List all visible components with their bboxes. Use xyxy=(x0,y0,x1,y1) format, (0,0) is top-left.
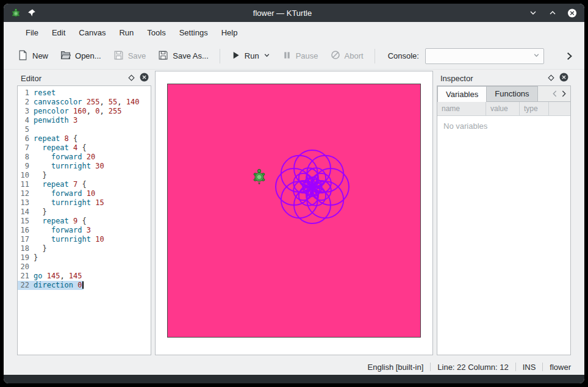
kturtle-window: flower — KTurtle File Edit C xyxy=(4,4,584,383)
menu-settings[interactable]: Settings xyxy=(173,24,214,41)
menu-canvas[interactable]: Canvas xyxy=(73,24,112,41)
code-token: } xyxy=(42,171,46,179)
close-icon[interactable] xyxy=(567,8,577,18)
status-separator xyxy=(430,363,431,371)
column-type[interactable]: type xyxy=(520,102,549,116)
code-line[interactable]: 21go 145, 145 xyxy=(18,272,151,281)
menu-run[interactable]: Run xyxy=(113,24,140,41)
code-token: 3 xyxy=(87,226,91,234)
console-dropdown-chevron-icon[interactable] xyxy=(533,51,540,60)
code-token: , xyxy=(117,98,126,106)
code-line[interactable]: 19} xyxy=(18,253,151,262)
menu-tools[interactable]: Tools xyxy=(141,24,171,41)
pin-icon[interactable] xyxy=(27,8,37,18)
code-line[interactable]: 22direction 0 xyxy=(18,281,151,290)
code-line[interactable]: 5 xyxy=(18,125,151,134)
code-line[interactable]: 2canvascolor 255, 55, 140 xyxy=(18,98,151,107)
canvas-dock xyxy=(155,71,433,355)
save-as-disk-icon xyxy=(158,50,168,62)
code-text: turnright 30 xyxy=(34,162,104,171)
code-token: forward xyxy=(51,153,82,161)
menu-file[interactable]: File xyxy=(20,24,45,41)
run-dropdown-chevron-icon[interactable] xyxy=(264,51,270,60)
new-button[interactable]: New xyxy=(12,46,54,66)
line-number: 11 xyxy=(18,180,34,189)
toolbar-overflow-button[interactable] xyxy=(562,49,576,63)
inspector-close-icon[interactable] xyxy=(559,73,568,84)
code-line[interactable]: 17 turnright 10 xyxy=(18,235,151,244)
code-line[interactable]: 10 } xyxy=(18,171,151,180)
inspector-empty-text: No variables xyxy=(437,116,570,355)
code-text: go 145, 145 xyxy=(34,272,82,281)
code-line[interactable]: 9 turnright 30 xyxy=(18,162,151,171)
code-token: pencolor xyxy=(34,107,69,115)
code-text: } xyxy=(34,171,47,180)
line-number: 14 xyxy=(18,208,34,217)
code-token: 10 xyxy=(95,235,104,244)
code-line[interactable]: 13 turnright 15 xyxy=(18,198,151,208)
code-line[interactable]: 3pencolor 160, 0, 255 xyxy=(18,107,151,116)
open-button[interactable]: Open... xyxy=(55,46,107,66)
code-line[interactable]: 4penwidth 3 xyxy=(18,116,151,125)
minimize-icon[interactable] xyxy=(528,8,538,18)
editor-float-icon[interactable] xyxy=(128,74,135,83)
code-line[interactable]: 7 repeat 4 { xyxy=(18,143,151,153)
code-token xyxy=(34,143,42,152)
code-line[interactable]: 20 xyxy=(18,262,151,272)
code-line[interactable]: 18 } xyxy=(18,244,151,253)
code-token: 30 xyxy=(95,162,104,170)
console-input[interactable] xyxy=(425,48,544,64)
line-number: 9 xyxy=(18,162,34,171)
line-number: 16 xyxy=(18,226,34,235)
line-number: 6 xyxy=(18,134,34,143)
line-number: 19 xyxy=(18,253,34,262)
code-token: turnright xyxy=(51,198,91,207)
run-button[interactable]: Run xyxy=(226,47,276,65)
menu-edit[interactable]: Edit xyxy=(46,24,71,41)
column-name[interactable]: name xyxy=(437,102,486,116)
column-value[interactable]: value xyxy=(486,102,520,116)
editor-close-icon[interactable] xyxy=(140,73,149,84)
code-line[interactable]: 12 forward 10 xyxy=(18,189,151,198)
tab-scroll-left-icon[interactable] xyxy=(552,90,558,99)
code-line[interactable]: 15 repeat 9 { xyxy=(18,217,151,226)
code-token: { xyxy=(73,134,77,143)
console-label: Console: xyxy=(383,51,424,60)
abort-button[interactable]: Abort xyxy=(325,46,369,65)
code-token xyxy=(82,189,86,198)
window-title: flower — KTurtle xyxy=(37,9,528,18)
code-token: repeat xyxy=(42,143,68,152)
code-line[interactable]: 6repeat 8 { xyxy=(18,134,151,143)
save-as-button[interactable]: Save As... xyxy=(152,46,214,66)
code-token xyxy=(34,208,42,216)
app-turtle-icon xyxy=(11,8,21,18)
menu-help[interactable]: Help xyxy=(215,24,244,41)
line-number: 2 xyxy=(18,98,34,107)
tab-functions[interactable]: Functions xyxy=(486,86,537,101)
tab-scroll-right-icon[interactable] xyxy=(561,90,567,99)
code-text: forward 20 xyxy=(34,153,95,162)
editor-code[interactable]: 1reset2canvascolor 255, 55, 1403pencolor… xyxy=(18,86,151,290)
code-line[interactable]: 1reset xyxy=(18,89,151,98)
code-line[interactable]: 14 } xyxy=(18,208,151,217)
code-line[interactable]: 8 forward 20 xyxy=(18,153,151,162)
code-text: forward 10 xyxy=(34,189,95,198)
code-line[interactable]: 16 forward 3 xyxy=(18,226,151,235)
tab-variables[interactable]: Variables xyxy=(437,86,487,102)
pause-icon xyxy=(282,51,292,62)
status-cursor-position: Line: 22 Column: 12 xyxy=(437,363,508,372)
pause-button[interactable]: Pause xyxy=(277,47,324,65)
maximize-icon[interactable] xyxy=(548,8,558,18)
window-bottom-frame xyxy=(4,375,584,383)
save-disk-icon xyxy=(113,50,124,62)
inspector-float-icon[interactable] xyxy=(548,74,554,83)
code-token xyxy=(34,180,42,189)
statusbar: English [built-in] Line: 22 Column: 12 I… xyxy=(4,359,584,375)
code-token: turnright xyxy=(51,162,91,170)
code-text: pencolor 160, 0, 255 xyxy=(34,107,122,116)
text-cursor xyxy=(82,281,84,289)
code-token: 10 xyxy=(87,189,95,198)
code-line[interactable]: 11 repeat 7 { xyxy=(18,180,151,189)
status-separator xyxy=(515,363,516,371)
save-button[interactable]: Save xyxy=(108,46,152,66)
